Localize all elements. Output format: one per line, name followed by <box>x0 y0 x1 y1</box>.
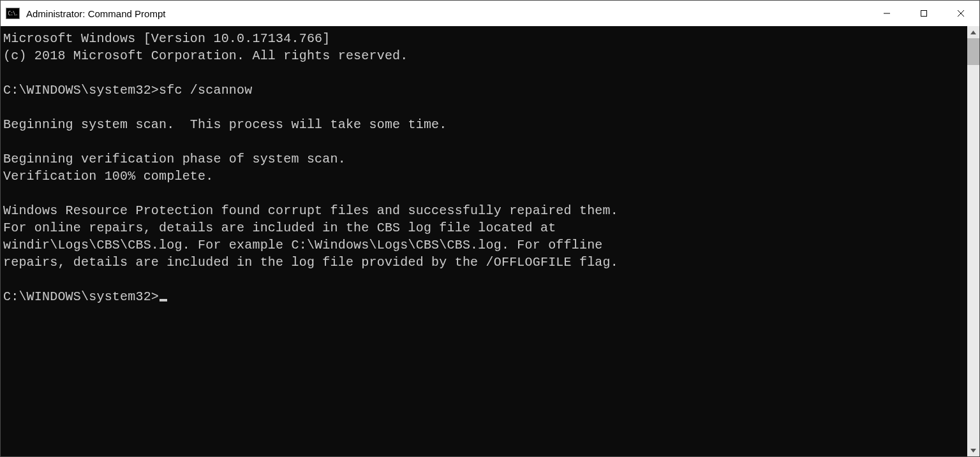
console-line <box>3 271 967 288</box>
cmd-window: C:\. Administrator: Command Prompt Micro… <box>0 0 980 457</box>
console-line <box>3 64 967 82</box>
titlebar[interactable]: C:\. Administrator: Command Prompt <box>1 1 979 26</box>
prompt-text: C:\WINDOWS\system32> <box>3 289 159 304</box>
console-area: Microsoft Windows [Version 10.0.17134.76… <box>1 26 979 456</box>
svg-rect-1 <box>921 11 927 17</box>
console-output[interactable]: Microsoft Windows [Version 10.0.17134.76… <box>1 26 967 456</box>
close-button[interactable] <box>942 1 979 26</box>
console-line <box>3 185 967 202</box>
close-icon <box>957 10 965 17</box>
console-line: Windows Resource Protection found corrup… <box>3 202 967 219</box>
window-title: Administrator: Command Prompt <box>26 8 165 19</box>
console-prompt-line[interactable]: C:\WINDOWS\system32> <box>3 288 967 305</box>
console-line: Verification 100% complete. <box>3 168 967 185</box>
console-line: windir\Logs\CBS\CBS.log. For example C:\… <box>3 236 967 254</box>
console-line: For online repairs, details are included… <box>3 219 967 236</box>
maximize-icon <box>920 10 928 17</box>
minimize-button[interactable] <box>868 1 905 26</box>
cursor <box>160 299 167 301</box>
cmd-icon: C:\. <box>6 8 20 19</box>
vertical-scrollbar[interactable] <box>967 26 979 456</box>
scroll-thumb[interactable] <box>967 38 979 65</box>
console-line: Microsoft Windows [Version 10.0.17134.76… <box>3 30 967 47</box>
console-line: C:\WINDOWS\system32>sfc /scannow <box>3 82 967 99</box>
scroll-down-arrow-icon[interactable] <box>967 444 979 456</box>
console-line: Beginning verification phase of system s… <box>3 150 967 168</box>
console-line <box>3 133 967 150</box>
scroll-up-arrow-icon[interactable] <box>967 26 979 38</box>
console-line: Beginning system scan. This process will… <box>3 116 967 133</box>
console-line: (c) 2018 Microsoft Corporation. All righ… <box>3 47 967 64</box>
window-controls <box>868 1 979 26</box>
console-line <box>3 99 967 116</box>
minimize-icon <box>883 10 891 17</box>
console-line: repairs, details are included in the log… <box>3 254 967 271</box>
maximize-button[interactable] <box>905 1 942 26</box>
